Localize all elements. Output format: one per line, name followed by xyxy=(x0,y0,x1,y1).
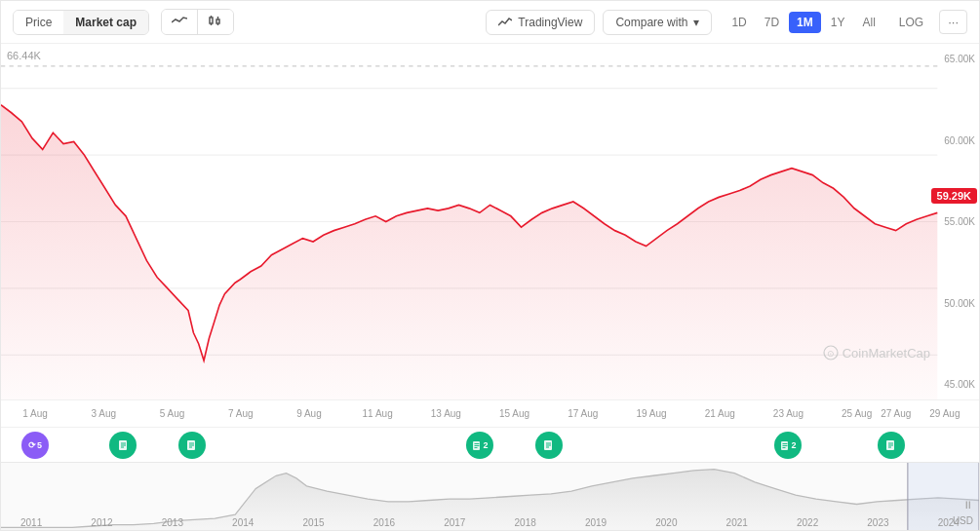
price-marketcap-tabs: Price Market cap xyxy=(13,10,149,35)
x-label-19aug: 19 Aug xyxy=(636,408,666,419)
time-7d[interactable]: 7D xyxy=(757,12,787,33)
event-badge-5[interactable] xyxy=(535,432,563,459)
year-2023: 2023 xyxy=(867,517,888,528)
year-2019: 2019 xyxy=(585,517,607,528)
current-price-tag: 59.29K xyxy=(931,188,977,204)
more-btn[interactable]: ··· xyxy=(939,10,967,34)
tradingview-btn[interactable]: TradingView xyxy=(486,10,595,35)
max-price-label: 66.44K xyxy=(7,50,41,61)
year-2021: 2021 xyxy=(726,517,748,528)
svg-rect-3 xyxy=(216,19,219,23)
x-label-11aug: 11 Aug xyxy=(363,408,393,419)
x-label-21aug: 21 Aug xyxy=(705,408,735,419)
event-badge-1[interactable]: ⟳5 xyxy=(21,432,49,459)
year-2020: 2020 xyxy=(655,517,677,528)
pause-icon[interactable]: ⏸ xyxy=(962,499,973,511)
svg-text:⊙: ⊙ xyxy=(827,349,835,359)
compare-dropdown[interactable]: Compare with ▾ xyxy=(603,10,712,35)
year-2013: 2013 xyxy=(162,517,183,528)
x-label-1aug: 1 Aug xyxy=(22,408,48,419)
x-label-23aug: 23 Aug xyxy=(773,408,804,419)
watermark: ⊙ CoinMarketCap xyxy=(823,345,930,360)
x-label-29aug: 29 Aug xyxy=(929,408,960,419)
x-label-7aug: 7 Aug xyxy=(228,408,254,419)
svg-rect-0 xyxy=(210,18,213,23)
events-row: ⟳5 2 2 xyxy=(1,427,979,462)
x-axis: 1 Aug 3 Aug 5 Aug 7 Aug 9 Aug 11 Aug 13 … xyxy=(1,399,979,427)
time-all[interactable]: All xyxy=(854,12,882,33)
chevron-down-icon: ▾ xyxy=(693,16,699,29)
x-label-13aug: 13 Aug xyxy=(431,408,461,419)
chart-type-group xyxy=(161,9,234,35)
year-2014: 2014 xyxy=(232,517,254,528)
time-1d[interactable]: 1D xyxy=(724,12,754,33)
mini-chart: 2011 2012 2013 2014 2015 2016 2017 2018 … xyxy=(1,462,979,530)
time-1y[interactable]: 1Y xyxy=(823,12,853,33)
event-badge-7[interactable] xyxy=(878,432,905,459)
tradingview-label: TradingView xyxy=(518,16,582,29)
x-label-9aug: 9 Aug xyxy=(296,408,322,419)
year-2016: 2016 xyxy=(373,517,395,528)
compare-label: Compare with xyxy=(615,16,687,29)
year-2018: 2018 xyxy=(515,517,536,528)
event-badge-3[interactable] xyxy=(178,432,206,459)
price-tab[interactable]: Price xyxy=(14,11,63,34)
event-badge-4[interactable]: 2 xyxy=(466,432,493,459)
marketcap-tab[interactable]: Market cap xyxy=(63,11,148,34)
event-badge-2[interactable] xyxy=(109,432,137,459)
x-label-5aug: 5 Aug xyxy=(160,408,185,419)
main-chart-area: 65.00K 60.00K 55.00K 50.00K 45.00K xyxy=(1,44,979,399)
x-label-15aug: 15 Aug xyxy=(499,408,529,419)
x-label-27aug: 27 Aug xyxy=(881,408,911,419)
x-label-25aug: 25 Aug xyxy=(842,408,872,419)
line-chart-btn[interactable] xyxy=(162,10,198,34)
chart-container: Price Market cap xyxy=(0,0,980,531)
x-label-17aug: 17 Aug xyxy=(568,408,598,419)
year-labels: 2011 2012 2013 2014 2015 2016 2017 2018 … xyxy=(1,517,979,528)
time-range-group: 1D 7D 1M 1Y All xyxy=(724,12,882,33)
year-2012: 2012 xyxy=(91,517,112,528)
candle-chart-btn[interactable] xyxy=(198,10,233,34)
year-2022: 2022 xyxy=(797,517,818,528)
log-btn[interactable]: LOG xyxy=(891,12,931,33)
year-2011: 2011 xyxy=(20,517,42,528)
toolbar: Price Market cap xyxy=(1,1,979,44)
year-2015: 2015 xyxy=(302,517,324,528)
x-label-3aug: 3 Aug xyxy=(92,408,117,419)
time-1m[interactable]: 1M xyxy=(789,12,821,33)
event-badge-6[interactable]: 2 xyxy=(774,432,802,459)
year-2017: 2017 xyxy=(444,517,465,528)
usd-label: USD xyxy=(953,515,973,526)
